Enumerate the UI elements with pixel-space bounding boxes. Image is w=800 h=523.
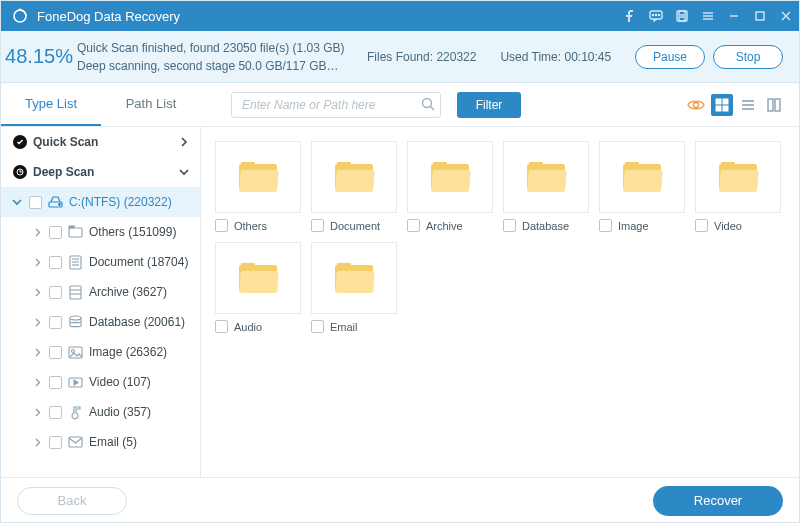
search-icon[interactable] xyxy=(421,97,435,115)
preview-eye-icon[interactable] xyxy=(685,94,707,116)
folder-icon xyxy=(335,162,373,192)
card-checkbox[interactable] xyxy=(695,219,708,232)
chevron-right-icon xyxy=(31,378,43,387)
drive-icon xyxy=(48,195,63,210)
folder-thumb xyxy=(407,141,493,213)
sidebar-item[interactable]: Video (107) xyxy=(1,367,200,397)
scan-messages: Quick Scan finished, found 23050 file(s)… xyxy=(77,39,367,75)
sidebar-item[interactable]: Database (20061) xyxy=(1,307,200,337)
card-checkbox[interactable] xyxy=(503,219,516,232)
sidebar-item[interactable]: Archive (3627) xyxy=(1,277,200,307)
sidebar-item[interactable]: Email (5) xyxy=(1,427,200,457)
sidebar-item[interactable]: Others (151099) xyxy=(1,217,200,247)
minimize-icon[interactable] xyxy=(721,1,747,31)
sidebar-deep-scan[interactable]: Deep Scan xyxy=(1,157,200,187)
stop-button[interactable]: Stop xyxy=(713,45,783,69)
item-checkbox[interactable] xyxy=(49,316,62,329)
folder-icon xyxy=(527,162,565,192)
card-label: Audio xyxy=(234,321,262,333)
card-checkbox[interactable] xyxy=(311,219,324,232)
main-area: Quick Scan Deep Scan C:(NTFS) (220322) O… xyxy=(1,127,799,477)
sidebar-quick-scan[interactable]: Quick Scan xyxy=(1,127,200,157)
svg-rect-44 xyxy=(69,437,82,447)
grid-card[interactable]: Video xyxy=(695,141,781,232)
grid-card[interactable]: Audio xyxy=(215,242,301,333)
grid-card[interactable]: Document xyxy=(311,141,397,232)
grid-card[interactable]: Archive xyxy=(407,141,493,232)
sidebar: Quick Scan Deep Scan C:(NTFS) (220322) O… xyxy=(1,127,201,477)
view-grid-icon[interactable] xyxy=(711,94,733,116)
card-checkbox[interactable] xyxy=(215,320,228,333)
chevron-right-icon xyxy=(31,348,43,357)
folder-thumb xyxy=(599,141,685,213)
sidebar-drive[interactable]: C:(NTFS) (220322) xyxy=(1,187,200,217)
grid-card[interactable]: Image xyxy=(599,141,685,232)
maximize-icon[interactable] xyxy=(747,1,773,31)
list-mode-tabs: Type List Path List xyxy=(1,83,201,126)
recover-button[interactable]: Recover xyxy=(653,486,783,516)
type-icon xyxy=(68,255,83,270)
search-input[interactable] xyxy=(231,92,441,118)
svg-rect-26 xyxy=(768,99,773,111)
view-detail-icon[interactable] xyxy=(763,94,785,116)
card-label: Video xyxy=(714,220,742,232)
chevron-down-icon xyxy=(178,168,190,176)
item-checkbox[interactable] xyxy=(49,346,62,359)
scan-line2: Deep scanning, second stage 50.0 GB/117 … xyxy=(77,57,367,75)
card-checkbox[interactable] xyxy=(311,320,324,333)
item-checkbox[interactable] xyxy=(49,436,62,449)
folder-icon xyxy=(239,263,277,293)
type-icon xyxy=(68,285,83,300)
item-checkbox[interactable] xyxy=(49,226,62,239)
item-checkbox[interactable] xyxy=(49,256,62,269)
sidebar-item[interactable]: Document (18704) xyxy=(1,247,200,277)
type-icon xyxy=(68,405,83,420)
drive-checkbox[interactable] xyxy=(29,196,42,209)
menu-icon[interactable] xyxy=(695,1,721,31)
tab-type-list[interactable]: Type List xyxy=(1,83,101,126)
card-checkbox[interactable] xyxy=(407,219,420,232)
svg-marker-43 xyxy=(74,380,78,385)
view-list-icon[interactable] xyxy=(737,94,759,116)
card-checkbox[interactable] xyxy=(599,219,612,232)
grid-card[interactable]: Database xyxy=(503,141,589,232)
chevron-right-icon xyxy=(31,288,43,297)
svg-point-16 xyxy=(423,98,432,107)
view-switcher xyxy=(685,94,799,116)
chevron-right-icon xyxy=(178,137,190,147)
svg-line-17 xyxy=(431,106,435,110)
sidebar-item[interactable]: Audio (357) xyxy=(1,397,200,427)
svg-point-30 xyxy=(59,203,61,205)
tab-path-list[interactable]: Path List xyxy=(101,83,201,126)
scan-percent: 48.15% xyxy=(1,45,77,68)
svg-rect-36 xyxy=(70,286,81,299)
check-circle-icon xyxy=(13,135,27,149)
save-icon[interactable] xyxy=(669,1,695,31)
card-checkbox[interactable] xyxy=(215,219,228,232)
chevron-right-icon xyxy=(31,318,43,327)
back-button[interactable]: Back xyxy=(17,487,127,515)
pause-button[interactable]: Pause xyxy=(635,45,705,69)
item-checkbox[interactable] xyxy=(49,406,62,419)
item-checkbox[interactable] xyxy=(49,286,62,299)
svg-rect-8 xyxy=(679,17,685,21)
item-checkbox[interactable] xyxy=(49,376,62,389)
app-title: FoneDog Data Recovery xyxy=(37,9,180,24)
svg-rect-20 xyxy=(723,99,728,104)
search-wrap xyxy=(231,92,441,118)
filter-button[interactable]: Filter xyxy=(457,92,521,118)
svg-rect-19 xyxy=(716,99,721,104)
feedback-icon[interactable] xyxy=(643,1,669,31)
grid-card[interactable]: Email xyxy=(311,242,397,333)
svg-rect-22 xyxy=(723,106,728,111)
type-icon xyxy=(68,315,83,330)
folder-icon xyxy=(719,162,757,192)
close-icon[interactable] xyxy=(773,1,799,31)
sidebar-item-label: Document (18704) xyxy=(89,255,188,269)
grid-card[interactable]: Others xyxy=(215,141,301,232)
facebook-icon[interactable] xyxy=(617,1,643,31)
sidebar-item-label: Email (5) xyxy=(89,435,137,449)
sidebar-item[interactable]: Image (26362) xyxy=(1,337,200,367)
svg-rect-7 xyxy=(679,11,685,15)
clock-icon xyxy=(13,165,27,179)
